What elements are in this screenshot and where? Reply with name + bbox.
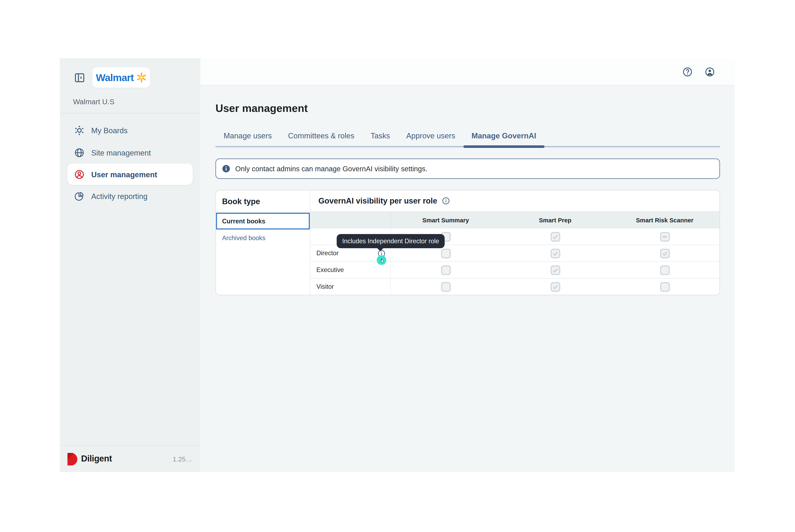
column-smart-summary: Smart Summary xyxy=(391,212,500,229)
info-banner-text: Only contact admins can manage GovernAI … xyxy=(235,165,427,173)
page-title: User management xyxy=(216,102,720,115)
diligent-brand-name: Diligent xyxy=(81,454,112,464)
org-logo[interactable]: Walmart xyxy=(92,68,150,88)
sidebar-item-label: My Boards xyxy=(91,126,128,135)
table-row: Executive xyxy=(310,262,719,278)
checkbox-smart-prep[interactable] xyxy=(550,232,560,242)
grid-header-row: Smart Summary Smart Prep Smart Risk Scan… xyxy=(310,212,719,229)
tab-manage-governai[interactable]: Manage GovernAI xyxy=(463,131,544,146)
checkbox-smart-prep[interactable] xyxy=(550,265,560,275)
tab-bar: Manage users Committees & roles Tasks Ap… xyxy=(216,131,720,147)
checkbox-smart-prep[interactable] xyxy=(550,249,560,258)
walmart-spark-icon xyxy=(136,72,146,82)
sidebar-footer: Diligent 1.25… xyxy=(60,445,200,472)
checkbox-smart-risk-scanner[interactable] xyxy=(660,249,670,258)
app-version: 1.25… xyxy=(173,455,192,463)
walmart-wordmark: Walmart xyxy=(96,72,134,83)
grid-header-role-cell xyxy=(310,212,391,229)
diligent-logo-icon xyxy=(68,453,78,465)
visibility-table: Book type Current books Archived books G… xyxy=(216,190,720,295)
checkbox-smart-prep[interactable] xyxy=(550,282,560,292)
org-name: Walmart U.S xyxy=(60,94,200,106)
checkbox-smart-summary[interactable] xyxy=(441,282,451,292)
screen: Walmart Walmart U.S xyxy=(0,0,795,532)
globe-icon xyxy=(74,147,85,158)
role-name: Director xyxy=(317,250,339,257)
sidebar-item-my-boards[interactable]: My Boards xyxy=(60,119,200,141)
book-type-archived-books[interactable]: Archived books xyxy=(216,229,310,246)
sidebar-collapse-icon[interactable] xyxy=(74,72,85,83)
checkbox-smart-risk-scanner[interactable] xyxy=(660,232,670,242)
info-filled-icon xyxy=(222,165,230,173)
diligent-brand: Diligent xyxy=(68,453,112,465)
cursor-click-indicator xyxy=(377,255,386,265)
hand-pointer-icon xyxy=(378,257,384,263)
sidebar-item-user-management[interactable]: User management xyxy=(68,164,193,185)
info-banner: Only contact admins can manage GovernAI … xyxy=(216,159,720,179)
user-circle-icon xyxy=(74,169,85,179)
sidebar-item-activity-reporting[interactable]: Activity reporting xyxy=(60,185,200,207)
sidebar: Walmart Walmart U.S xyxy=(60,58,200,472)
role-label: Executive xyxy=(310,262,391,278)
visibility-info-icon[interactable] xyxy=(442,197,450,205)
checkbox-smart-summary[interactable] xyxy=(441,249,451,258)
role-label: Visitor xyxy=(310,279,391,295)
boards-icon xyxy=(74,125,85,135)
sidebar-header: Walmart xyxy=(60,58,200,94)
tab-approve-users[interactable]: Approve users xyxy=(398,131,463,146)
checkbox-smart-risk-scanner[interactable] xyxy=(660,265,670,275)
tooltip-includes-independent-director: Includes Independent Director role xyxy=(337,234,445,248)
tab-committees-roles[interactable]: Committees & roles xyxy=(280,131,362,146)
sidebar-item-site-management[interactable]: Site management xyxy=(60,141,200,164)
sidebar-item-label: Activity reporting xyxy=(91,192,148,201)
top-bar xyxy=(200,58,735,86)
column-smart-prep: Smart Prep xyxy=(500,212,610,229)
sidebar-item-label: Site management xyxy=(91,148,151,157)
table-row: Visitor xyxy=(310,278,719,295)
tab-tasks[interactable]: Tasks xyxy=(362,131,398,146)
main-area: User management Manage users Committees … xyxy=(200,58,735,472)
visibility-header-label: GovernAI visibility per user role xyxy=(319,196,437,205)
book-type-header: Book type xyxy=(216,190,310,213)
sidebar-menu: My Boards Site management User managemen… xyxy=(60,114,200,207)
pie-chart-icon xyxy=(74,191,85,201)
help-icon[interactable] xyxy=(682,66,692,77)
column-smart-risk-scanner: Smart Risk Scanner xyxy=(610,212,719,229)
checkbox-smart-risk-scanner[interactable] xyxy=(660,282,670,292)
checkbox-smart-summary[interactable] xyxy=(441,265,451,275)
page-content: User management Manage users Committees … xyxy=(200,86,735,472)
book-type-current-books[interactable]: Current books xyxy=(216,213,310,230)
visibility-header: GovernAI visibility per user role xyxy=(310,190,719,212)
sidebar-item-label: User management xyxy=(91,170,157,179)
tab-manage-users[interactable]: Manage users xyxy=(216,131,280,146)
book-type-column: Book type Current books Archived books xyxy=(216,190,310,295)
visibility-table-wrap: Book type Current books Archived books G… xyxy=(216,190,720,295)
app-window: Walmart Walmart U.S xyxy=(60,58,735,472)
profile-icon[interactable] xyxy=(705,66,715,77)
